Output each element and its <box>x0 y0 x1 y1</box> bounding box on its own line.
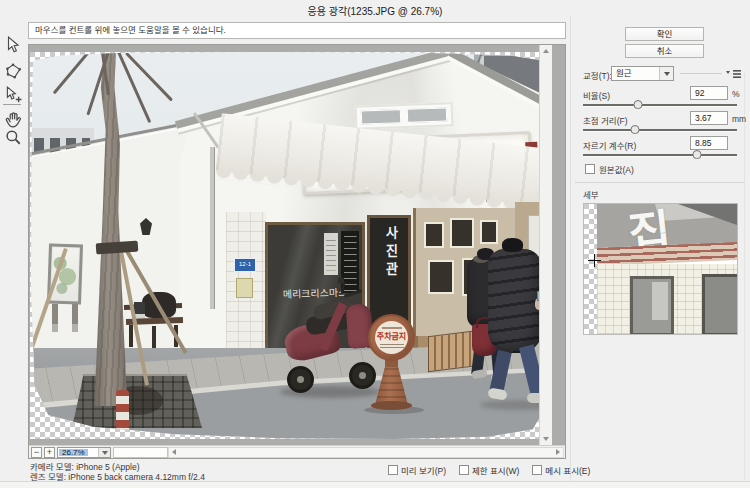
dialog-title: 응용 광각(1235.JPG @ 26.7%) <box>0 0 750 15</box>
scroll-down-arrow-icon[interactable] <box>540 432 552 445</box>
polygon-constraint-tool-icon <box>4 62 22 80</box>
photo-door-sign: 사진관 <box>381 226 400 280</box>
hand-tool-icon <box>4 110 22 128</box>
polygon-constraint-tool-button[interactable] <box>4 62 22 80</box>
photo-scooter-front-wheel <box>349 362 376 389</box>
warped-photo: FUJIFILM 초 원 사 진 관 12-1 메리크리스마스 <box>30 52 551 439</box>
photo-scooter-mirror <box>338 277 344 284</box>
show-constraints-checkbox[interactable] <box>459 465 469 475</box>
correction-label: 교정(T): <box>583 69 612 81</box>
zoom-level-combobox[interactable]: 26.7% <box>57 447 111 458</box>
preview-checkbox-label: 미리 보기(P) <box>401 464 446 476</box>
photo-board-leg <box>52 304 58 332</box>
photo-sign-lines <box>380 342 404 348</box>
crop-factor-slider-track[interactable] <box>583 154 737 156</box>
crop-factor-slider-thumb[interactable] <box>692 150 701 159</box>
scale-unit: % <box>732 89 740 99</box>
show-constraints-checkbox-label: 제한 표시(W) <box>472 464 519 476</box>
as-shot-checkbox[interactable] <box>585 164 595 174</box>
focal-length-slider-thumb[interactable] <box>631 125 640 134</box>
preview-bottom-bar: − + 26.7% <box>29 445 565 458</box>
preview-canvas: FUJIFILM 초 원 사 진 관 12-1 메리크리스마스 <box>29 45 552 445</box>
zoom-in-button[interactable]: + <box>44 447 55 458</box>
show-constraints-checkbox-row[interactable]: 제한 표시(W) <box>459 464 519 476</box>
as-shot-checkbox-label: 원본값(A) <box>599 163 634 175</box>
zoom-dropdown-arrow-icon[interactable] <box>98 448 110 457</box>
photo-no-parking-sign: 주차금지 <box>368 314 415 361</box>
photo-bench-leg <box>129 325 133 347</box>
photo-scooter-rear-wheel <box>287 366 314 393</box>
group-border-right <box>744 73 745 480</box>
detail-door-left <box>630 276 674 335</box>
crop-factor-value-input[interactable]: 8.85 <box>690 136 728 150</box>
photo-bollard-base <box>371 401 412 410</box>
zoom-tool-icon <box>4 128 22 146</box>
dialog-bottom-band <box>0 482 750 488</box>
photo-picture-frame <box>428 260 454 294</box>
hand-tool-button[interactable] <box>4 110 22 128</box>
show-mesh-checkbox-row[interactable]: 메시 표시(E) <box>532 464 590 476</box>
chevron-down-icon[interactable] <box>659 67 673 80</box>
zoom-out-button[interactable]: − <box>31 447 42 458</box>
toolbar-divider <box>3 104 21 105</box>
move-tool-button[interactable] <box>4 86 22 104</box>
photo-attic-pane <box>361 109 401 124</box>
detail-transparency-checker <box>584 204 597 334</box>
panel-menu-icon <box>726 69 742 79</box>
photo-attic-window <box>355 102 454 129</box>
photo-tree-branch <box>53 52 93 94</box>
panel-separator <box>570 16 571 482</box>
focal-length-unit: mm <box>732 114 746 124</box>
photo-picture-frame <box>450 218 474 248</box>
photo-person-b-coat <box>488 249 542 353</box>
show-mesh-checkbox-label: 메시 표시(E) <box>545 464 590 476</box>
status-field <box>113 447 168 458</box>
correction-dropdown[interactable]: 원근 <box>611 66 674 81</box>
as-shot-checkbox-row[interactable]: 원본값(A) <box>585 163 634 175</box>
scale-slider-thumb[interactable] <box>634 100 643 109</box>
scroll-up-arrow-icon[interactable] <box>540 45 552 58</box>
vertical-scrollbar[interactable] <box>539 45 552 445</box>
scroll-right-arrow-icon[interactable] <box>552 448 563 457</box>
focal-length-slider-label: 초점 거리(F) <box>583 114 628 126</box>
photo-picture-frame <box>424 222 444 248</box>
zoom-tool-button[interactable] <box>4 128 22 146</box>
preview-frame: FUJIFILM 초 원 사 진 관 12-1 메리크리스마스 <box>28 44 566 459</box>
hint-bar: 마우스를 컨트롤 위에 놓으면 도움말을 볼 수 있습니다. <box>28 22 566 39</box>
panel-menu-button[interactable] <box>726 69 742 79</box>
photo-window-papers <box>324 233 338 275</box>
photo-person-b-hat <box>502 238 523 252</box>
preview-checkbox-row[interactable]: 미리 보기(P) <box>388 464 446 476</box>
scale-value-input[interactable]: 92 <box>690 86 728 100</box>
photo-striped-bollard <box>116 390 129 436</box>
photo-sign-line <box>382 327 402 329</box>
focal-length-slider-track[interactable] <box>583 129 737 131</box>
detail-door-right <box>702 274 738 335</box>
show-mesh-checkbox[interactable] <box>532 465 542 475</box>
correction-value: 원근 <box>616 67 632 80</box>
crop-factor-slider-label: 자르기 계수(R) <box>583 139 636 151</box>
photo-attic-pane <box>407 108 447 123</box>
photo-downpipe <box>210 147 214 309</box>
photo-tree-planter <box>72 374 202 428</box>
constraint-tool-button[interactable] <box>4 36 22 54</box>
image-preview[interactable]: FUJIFILM 초 원 사 진 관 12-1 메리크리스마스 <box>30 52 551 439</box>
ok-button[interactable]: 확인 <box>625 27 704 41</box>
photo-address-plaque: 12-1 <box>234 258 256 272</box>
horizontal-scrollbar[interactable] <box>168 447 564 458</box>
crosshair-cursor-icon <box>588 254 601 267</box>
focal-length-value-input[interactable]: 3.67 <box>690 111 728 125</box>
scroll-left-arrow-icon[interactable] <box>169 448 180 457</box>
group-border-top <box>680 73 722 74</box>
zoom-level-value[interactable]: 26.7% <box>59 449 88 456</box>
detail-preview[interactable]: 집 <box>583 203 738 335</box>
preview-checkbox[interactable] <box>388 465 398 475</box>
scale-slider-track[interactable] <box>583 104 737 106</box>
photo-no-parking-text: 주차금지 <box>377 330 406 341</box>
photo-tree-branch <box>125 52 173 101</box>
move-tool-icon <box>4 86 22 104</box>
photo-bench-leg <box>152 326 156 348</box>
scale-slider-label: 비율(S) <box>583 89 610 101</box>
cancel-button[interactable]: 취소 <box>625 44 704 58</box>
photo-no-parking-disc: 주차금지 <box>375 321 408 354</box>
